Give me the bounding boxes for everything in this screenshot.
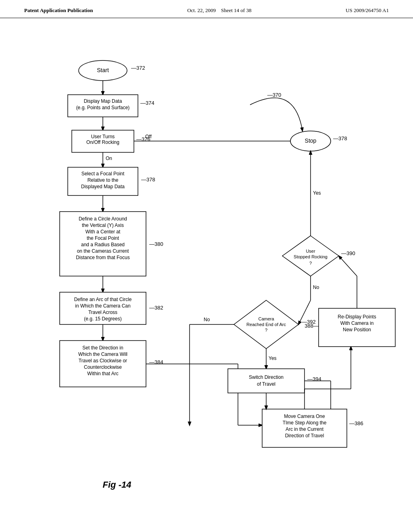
svg-text:Distance from that Focus: Distance from that Focus [76,255,129,260]
svg-text:Camera: Camera [258,316,274,321]
svg-text:—390: —390 [341,250,355,256]
svg-text:Set the Direction in: Set the Direction in [82,345,123,351]
svg-text:on the Cameras Current: on the Cameras Current [77,248,129,254]
svg-line-94 [339,256,357,276]
svg-text:Fig -14: Fig -14 [103,480,131,490]
svg-text:User: User [306,249,315,254]
svg-text:in Which the Camera Can: in Which the Camera Can [75,303,130,309]
svg-text:Displayed Map Data: Displayed Map Data [81,184,125,189]
svg-text:No: No [204,317,210,322]
svg-text:On/Off Rocking: On/Off Rocking [86,139,119,145]
svg-text:Select a Focal Point: Select a Focal Point [81,171,125,177]
svg-text:Yes: Yes [269,355,277,361]
page-header: Patent Application Publication Oct. 22, … [0,0,413,18]
svg-text:—374: —374 [140,100,154,106]
svg-text:With a Center at: With a Center at [86,229,121,235]
svg-text:—380: —380 [149,241,163,247]
svg-text:Stopped Rocking: Stopped Rocking [294,254,327,259]
svg-text:Which the Camera Will: Which the Camera Will [78,351,127,357]
svg-text:Travel as Clockwise or: Travel as Clockwise or [79,358,127,364]
svg-text:TIme Step Along the: TIme Step Along the [283,420,327,426]
header-publication: Patent Application Publication [24,7,93,14]
svg-text:—378: —378 [333,135,347,141]
svg-text:Move Camera One: Move Camera One [284,414,325,419]
svg-text:Define a Circle Around: Define a Circle Around [79,216,127,222]
svg-text:Display Map Data: Display Map Data [84,98,122,104]
svg-text:Counterclockwise: Counterclockwise [84,364,122,370]
svg-text:Travel Across: Travel Across [88,310,117,315]
svg-text:Start: Start [97,67,109,73]
svg-text:Re-Display Points: Re-Display Points [338,314,376,320]
svg-text:(e.g. 15 Degrees): (e.g. 15 Degrees) [84,316,121,322]
svg-text:Reached End of Arc: Reached End of Arc [246,322,286,327]
header-patent: US 2009/264750 A1 [346,7,389,14]
svg-text:Off: Off [145,134,152,139]
svg-text:Direction of Travel: Direction of Travel [285,433,324,438]
svg-text:New Position: New Position [343,327,371,332]
header-date-sheet: Oct. 22, 2009 Sheet 14 of 38 [187,7,251,14]
svg-text:—370: —370 [267,92,282,98]
svg-text:Stop: Stop [305,137,317,144]
flowchart-svg: Start —372 Display Map Data (e.g. Points… [0,18,413,510]
svg-text:Define an Arc of that Circle: Define an Arc of that Circle [74,297,132,302]
svg-rect-73 [228,369,305,393]
svg-text:Relative to the: Relative to the [88,177,119,183]
svg-text:—382: —382 [149,305,163,311]
svg-text:(e.g. Points and Surface): (e.g. Points and Surface) [76,105,130,110]
svg-text:the Vertical (Y) Axis: the Vertical (Y) Axis [82,222,124,228]
svg-text:Arc in the Current: Arc in the Current [286,426,324,432]
svg-text:With Camera in: With Camera in [340,320,374,326]
svg-text:—372: —372 [131,65,145,71]
svg-text:—378: —378 [141,177,155,183]
svg-text:Within that Arc: Within that Arc [87,371,118,376]
svg-text:the Focal Point: the Focal Point [87,235,119,241]
svg-text:—386: —386 [349,420,363,426]
svg-text:User Turns: User Turns [91,134,115,139]
svg-text:?: ? [309,261,312,266]
svg-text:and a Radius Based: and a Radius Based [81,242,125,247]
svg-text:388—: 388— [305,323,319,329]
svg-text:?: ? [265,328,267,332]
svg-text:of Travel: of Travel [257,381,275,387]
diagram-area: Start —372 Display Map Data (e.g. Points… [0,18,413,510]
svg-text:On: On [106,156,112,161]
svg-text:Yes: Yes [313,190,321,196]
svg-text:No: No [313,285,319,290]
svg-text:Switch Direction: Switch Direction [249,374,284,380]
